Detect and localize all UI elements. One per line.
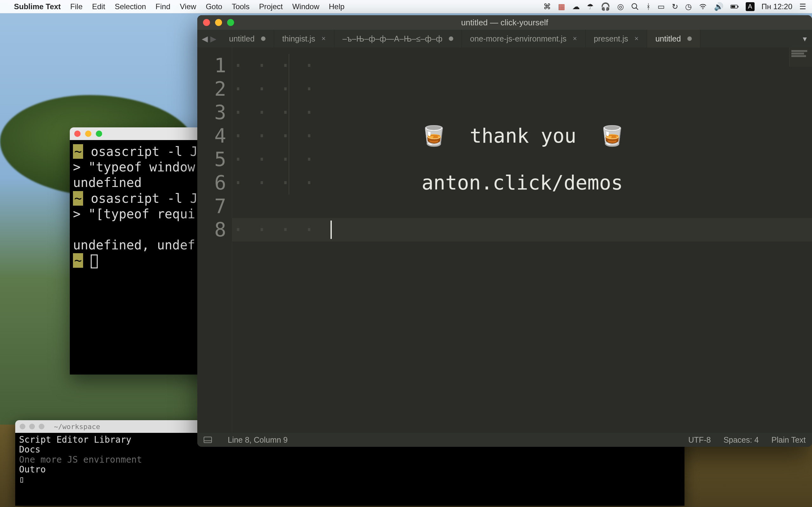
terminal-cursor: [91, 255, 98, 268]
line-number: 1: [197, 54, 226, 77]
code-text: anton.click/demos: [327, 171, 623, 194]
svg-rect-5: [731, 5, 735, 8]
umbrella-icon[interactable]: ☂: [587, 2, 594, 11]
tab-label: one-more-js-environment.js: [470, 34, 566, 43]
prompt-tilde: ~: [73, 253, 83, 268]
zoom-icon[interactable]: [227, 19, 234, 26]
status-position[interactable]: Line 8, Column 9: [228, 435, 288, 445]
editor-area[interactable]: 1 2 3 4 5 6 7 8 · · · · · · · · · · · · …: [197, 48, 812, 433]
display-icon[interactable]: ▭: [658, 2, 665, 11]
menubar-appname[interactable]: Sublime Text: [14, 2, 61, 11]
bluetooth-icon[interactable]: ᚼ: [646, 2, 651, 11]
status-indent[interactable]: Spaces: 4: [723, 435, 759, 445]
tab-present[interactable]: present.js ×: [586, 30, 647, 48]
tab-label: –ъ–Њ–ф–ф—А–Њ–≤–ф–ф: [343, 34, 443, 43]
power-icon[interactable]: ◎: [617, 2, 624, 11]
line-number-gutter: 1 2 3 4 5 6 7 8: [197, 48, 232, 433]
battery-icon[interactable]: [730, 3, 739, 11]
calendar-icon[interactable]: ▦: [558, 2, 565, 11]
notification-center-icon[interactable]: ☰: [799, 2, 806, 11]
menu-file[interactable]: File: [70, 2, 83, 11]
tab-label: thingist.js: [282, 34, 315, 43]
menubar-clock[interactable]: Пн 12:20: [762, 2, 792, 11]
keyboard-icon[interactable]: ⌘: [543, 2, 551, 11]
window-title: untitled — click-yourself: [461, 18, 548, 27]
close-icon[interactable]: [20, 424, 26, 429]
tab-nav: ◀ ▶: [197, 30, 221, 48]
status-bar: Line 8, Column 9 UTF-8 Spaces: 4 Plain T…: [197, 433, 812, 447]
menu-goto[interactable]: Goto: [206, 2, 222, 11]
close-icon[interactable]: [74, 130, 81, 137]
sublime-titlebar[interactable]: untitled — click-yourself: [197, 15, 812, 30]
timemachine-icon[interactable]: ↻: [672, 2, 678, 11]
status-encoding[interactable]: UTF-8: [688, 435, 711, 445]
zoom-icon[interactable]: [96, 130, 102, 137]
line-number: 5: [197, 148, 226, 171]
minimize-icon[interactable]: [29, 424, 35, 429]
svg-line-1: [636, 8, 638, 10]
svg-point-2: [703, 9, 703, 9]
line-number: 8: [197, 218, 226, 241]
menu-tools[interactable]: Tools: [232, 2, 250, 11]
close-icon[interactable]: [203, 19, 210, 26]
volume-icon[interactable]: 🔊: [714, 2, 723, 11]
prompt-tilde: ~: [73, 191, 83, 206]
close-tab-icon[interactable]: ×: [573, 35, 577, 43]
dirty-indicator-icon: [261, 37, 265, 41]
headphones-icon[interactable]: 🎧: [601, 2, 610, 11]
tab-label: untitled: [655, 34, 681, 43]
dropbox-icon[interactable]: ☁: [572, 2, 580, 11]
menu-edit[interactable]: Edit: [92, 2, 105, 11]
menu-view[interactable]: View: [180, 2, 196, 11]
tab-bar: ◀ ▶ untitled thingist.js × –ъ–Њ–ф–ф—А–Њ–…: [197, 30, 812, 48]
minimize-icon[interactable]: [215, 19, 222, 26]
tab-untitled-active[interactable]: untitled: [647, 30, 700, 48]
line-number: 7: [197, 194, 226, 218]
menu-selection[interactable]: Selection: [115, 2, 146, 11]
minimap[interactable]: [789, 48, 812, 66]
dirty-indicator-icon: [687, 37, 692, 41]
wifi-icon[interactable]: [699, 3, 707, 11]
terminal2-title-left: ~/workspace: [54, 423, 100, 431]
close-tab-icon[interactable]: ×: [635, 35, 639, 43]
input-source-icon[interactable]: A: [746, 2, 755, 11]
svg-rect-4: [738, 6, 739, 7]
dirty-indicator-icon: [449, 37, 453, 41]
line-number: 2: [197, 77, 226, 101]
code-area[interactable]: · · · · · · · · · · · · · · · · 🥃 thank …: [232, 48, 812, 433]
macos-menubar: Sublime Text File Edit Selection Find Vi…: [0, 0, 812, 13]
text-caret: [331, 221, 332, 239]
tab-label: present.js: [594, 34, 628, 43]
tab-garbled[interactable]: –ъ–Њ–ф–ф—А–Њ–≤–ф–ф: [334, 30, 462, 48]
code-text: 🥃 thank you 🥃: [327, 124, 624, 147]
spotlight-icon[interactable]: [631, 3, 639, 11]
clock-icon[interactable]: ◷: [685, 2, 692, 11]
zoom-icon[interactable]: [39, 424, 44, 429]
line-number: 4: [197, 124, 226, 148]
close-tab-icon[interactable]: ×: [322, 35, 326, 43]
svg-point-0: [632, 3, 637, 8]
prompt-tilde: ~: [73, 144, 83, 159]
line-number: 3: [197, 101, 226, 124]
minimize-icon[interactable]: [85, 130, 91, 137]
whitespace-dots: · · · ·: [232, 54, 327, 77]
tab-label: untitled: [229, 34, 255, 43]
tab-untitled-1[interactable]: untitled: [221, 30, 274, 48]
status-syntax[interactable]: Plain Text: [771, 435, 806, 445]
tab-one-more-js-env[interactable]: one-more-js-environment.js ×: [462, 30, 586, 48]
menu-window[interactable]: Window: [292, 2, 319, 11]
line-number: 6: [197, 171, 226, 194]
panel-switcher-icon[interactable]: [204, 437, 212, 443]
sublime-window[interactable]: untitled — click-yourself ◀ ▶ untitled t…: [197, 15, 812, 447]
menu-help[interactable]: Help: [329, 2, 345, 11]
nav-forward-icon[interactable]: ▶: [210, 34, 216, 43]
nav-back-icon[interactable]: ◀: [202, 34, 208, 43]
menu-project[interactable]: Project: [259, 2, 283, 11]
menu-find[interactable]: Find: [155, 2, 170, 11]
tab-overflow-icon[interactable]: ▾: [798, 30, 812, 48]
tab-thingist[interactable]: thingist.js ×: [274, 30, 334, 48]
